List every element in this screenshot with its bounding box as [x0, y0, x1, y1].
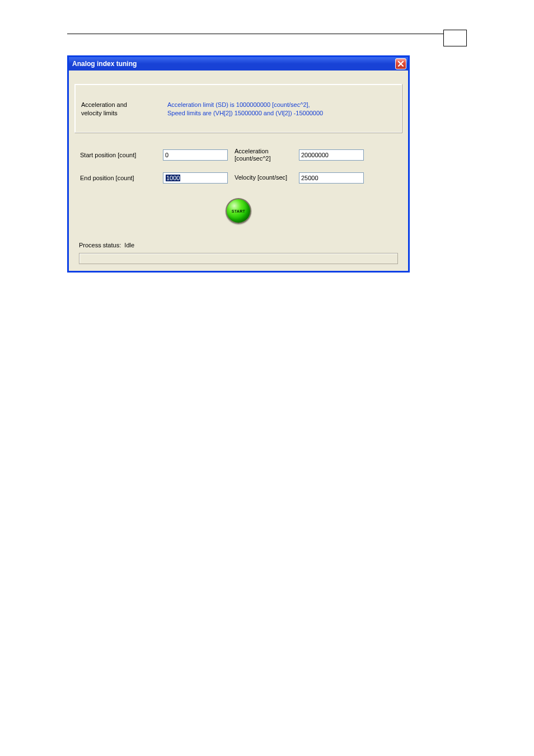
- acceleration-label: Acceleration [count/sec^2]: [235, 148, 299, 162]
- status-bar: [79, 253, 398, 264]
- dialog-client-area: Acceleration and velocity limits Acceler…: [69, 71, 408, 271]
- limits-line1: Acceleration limit (SD) is 1000000000 [c…: [167, 101, 310, 108]
- start-position-input[interactable]: [163, 149, 228, 161]
- close-icon[interactable]: [395, 58, 406, 69]
- status-label: Process status:: [79, 242, 121, 248]
- row-end-velocity: End position [count] 1000 Velocity [coun…: [80, 172, 397, 184]
- limits-line2: Speed limits are (VH[2]) 15000000 and (V…: [167, 110, 323, 116]
- velocity-input[interactable]: [299, 172, 364, 184]
- limits-groupbox: Acceleration and velocity limits Acceler…: [74, 84, 402, 133]
- limits-label: Acceleration and velocity limits: [81, 101, 148, 118]
- form-area: Start position [count] Acceleration [cou…: [74, 133, 402, 242]
- start-position-label: Start position [count]: [80, 152, 163, 158]
- end-position-label: End position [count]: [80, 175, 163, 181]
- start-button[interactable]: START: [226, 198, 251, 224]
- end-position-input[interactable]: 1000: [163, 172, 228, 184]
- titlebar[interactable]: Analog index tuning: [69, 57, 408, 71]
- end-position-selected-text: 1000: [166, 175, 180, 181]
- acceleration-input[interactable]: [299, 149, 364, 161]
- limits-text: Acceleration limit (SD) is 1000000000 [c…: [167, 101, 396, 118]
- status-row: Process status: Idle: [74, 242, 402, 251]
- page-header-rule: [67, 34, 467, 34]
- analog-index-tuning-dialog: Analog index tuning Acceleration and vel…: [67, 55, 410, 273]
- page-header-box: [443, 30, 467, 46]
- dialog-title: Analog index tuning: [72, 60, 395, 68]
- status-value: Idle: [124, 242, 134, 248]
- row-start-accel: Start position [count] Acceleration [cou…: [80, 148, 397, 162]
- velocity-label: Velocity [count/sec]: [235, 174, 299, 181]
- start-button-label: START: [232, 209, 245, 213]
- start-button-wrap: START: [80, 194, 397, 236]
